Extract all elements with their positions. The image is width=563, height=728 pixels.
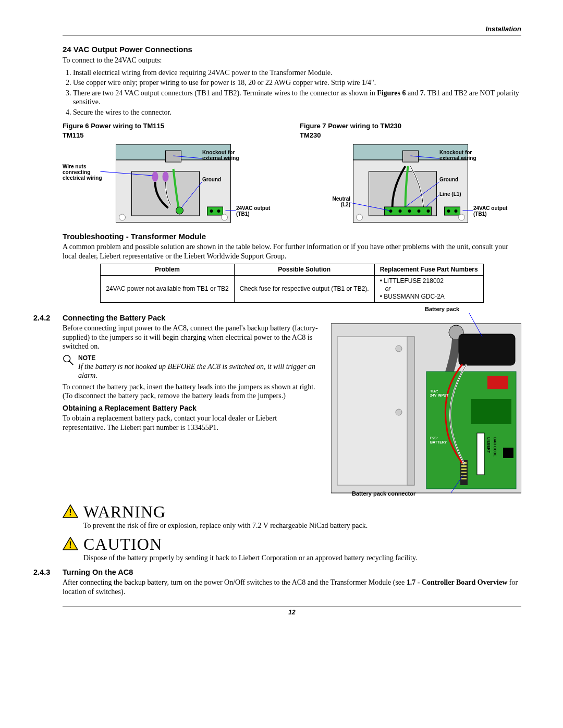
svg-text:BATTERY: BATTERY [430, 440, 447, 444]
label-ground: Ground [202, 177, 221, 182]
caution-icon: ! [63, 537, 78, 550]
th-solution: Possible Solution [234, 264, 374, 276]
heading-24vac: 24 VAC Output Power Connections [63, 45, 521, 55]
svg-rect-58 [461, 478, 467, 479]
th-problem: Problem [101, 264, 234, 276]
tm115-label: TM115 [63, 131, 284, 140]
svg-rect-56 [461, 472, 467, 473]
step: Use copper wire only; proper wiring to u… [73, 78, 521, 88]
svg-point-5 [163, 171, 169, 182]
page-header: Installation [63, 25, 521, 35]
svg-rect-26 [445, 207, 460, 215]
svg-point-23 [408, 209, 411, 213]
svg-point-9 [217, 209, 221, 213]
svg-point-6 [176, 207, 183, 214]
warning-body: To prevent the risk of fire or explosion… [83, 521, 368, 530]
svg-rect-40 [407, 337, 414, 485]
battery-p1: Before connecting input power to the AC8… [63, 324, 321, 351]
label-wirenuts: Wire nuts connecting electrical wiring [63, 164, 104, 181]
td-solution: Check fuse for respective output (TB1 or… [234, 276, 374, 303]
figure-7: Figure 7 Power wiring to TM230 TM230 [300, 122, 521, 229]
svg-rect-46 [487, 376, 508, 389]
svg-rect-57 [461, 475, 467, 476]
svg-rect-54 [461, 465, 467, 467]
figure-caption: Figure 6 Power wiring to TM115 [63, 122, 284, 130]
svg-point-11 [222, 214, 228, 220]
svg-rect-7 [207, 207, 223, 215]
magnifier-icon [63, 354, 74, 366]
label-line: Line (L1) [439, 191, 461, 197]
svg-text:BAR CODE: BAR CODE [493, 437, 497, 457]
svg-point-28 [455, 209, 458, 213]
label-tb1: 24VAC output (TB1) [473, 205, 520, 217]
svg-rect-39 [337, 337, 414, 485]
note-block: NOTE If the battery is not hooked up BEF… [63, 354, 321, 380]
svg-point-30 [459, 214, 465, 220]
svg-text:24V INPUT: 24V INPUT [430, 393, 449, 397]
svg-point-25 [427, 209, 430, 213]
svg-rect-48 [503, 448, 513, 458]
tm115-diagram: Wire nuts connecting electrical wiring K… [63, 140, 284, 229]
label-tb1: 24VAC output (TB1) [236, 205, 283, 217]
svg-text:!: ! [69, 508, 71, 517]
figure-caption: Figure 7 Power wiring to TM230 [300, 122, 521, 130]
note-title: NOTE [78, 354, 321, 362]
label-neutral: Neutral (L2) [322, 196, 350, 207]
steps-24vac: Install electrical wiring from device re… [63, 68, 521, 117]
caution-body: Dispose of the battery properly by sendi… [83, 553, 418, 563]
svg-point-41 [396, 346, 402, 352]
svg-text:TB7:: TB7: [430, 389, 438, 393]
svg-text:P23:: P23: [430, 436, 438, 440]
svg-rect-55 [461, 468, 467, 470]
tm230-label: TM230 [300, 131, 521, 140]
svg-point-29 [357, 214, 363, 220]
battery-p2: To connect the battery pack, insert the … [63, 382, 321, 401]
svg-point-27 [447, 209, 450, 213]
svg-text:!: ! [69, 540, 71, 549]
svg-point-8 [210, 209, 213, 213]
svg-point-24 [418, 209, 421, 213]
td-fuse: • LITTLEFUSE 218002 or • BUSSMANN GDC-2A [374, 276, 483, 303]
battery-pack-figure: LIEBERT BAR CODE TB7:24V INPUT P23:BAT [331, 308, 521, 498]
svg-line-37 [69, 361, 73, 365]
step: Install electrical wiring from device re… [73, 68, 521, 78]
svg-point-42 [396, 409, 402, 415]
heading-connect-battery: 2.4.2Connecting the Battery Pack [63, 313, 321, 323]
turning-on-body: After connecting the backup battery, tur… [63, 578, 521, 596]
page-footer: 12 [63, 607, 521, 616]
warning-title: WARNING [83, 501, 368, 522]
label-ground: Ground [439, 177, 458, 182]
troubleshooting-intro: A common problem and possible solution a… [63, 242, 521, 261]
svg-point-36 [64, 355, 70, 362]
svg-text:LIEBERT: LIEBERT [487, 437, 491, 453]
step: Secure the wires to the connector. [73, 108, 521, 117]
svg-point-21 [389, 209, 393, 213]
heading-replacement-battery: Obtaining a Replacement Battery Pack [63, 404, 321, 413]
th-fuse: Replacement Fuse Part Numbers [374, 264, 483, 276]
svg-rect-45 [459, 334, 515, 365]
caution-title: CAUTION [83, 534, 418, 554]
svg-point-10 [119, 214, 126, 220]
note-body: If the battery is not hooked up BEFORE t… [78, 362, 321, 380]
label-battery-connector: Battery pack connector [352, 490, 415, 498]
label-knockout: Knockout for external wiring [202, 150, 254, 161]
step: There are two 24 VAC output connectors (… [73, 89, 521, 107]
warning-icon: ! [63, 504, 78, 518]
td-problem: 24VAC power not available from TB1 or TB… [101, 276, 234, 303]
intro-24vac: To connect to the 24VAC outputs: [63, 56, 521, 65]
svg-point-4 [152, 171, 158, 182]
heading-turning-on: 2.4.3Turning On the AC8 [63, 567, 521, 577]
svg-rect-47 [471, 399, 511, 424]
label-battery-pack: Battery pack [425, 306, 459, 313]
svg-rect-49 [477, 433, 484, 475]
caution-block: ! CAUTION Dispose of the battery properl… [63, 534, 521, 563]
tm230-diagram: Knockout for external wiring Ground Line… [300, 140, 521, 229]
troubleshooting-table: Problem Possible Solution Replacement Fu… [100, 264, 483, 303]
label-knockout: Knockout for external wiring [439, 150, 492, 161]
figure-6: Figure 6 Power wiring to TM115 TM115 [63, 122, 284, 229]
heading-troubleshooting: Troubleshooting - Transformer Module [63, 232, 521, 242]
warning-block: ! WARNING To prevent the risk of fire or… [63, 501, 521, 530]
svg-point-22 [399, 209, 402, 213]
battery-p3: To obtain a replacement battery pack, co… [63, 414, 321, 432]
